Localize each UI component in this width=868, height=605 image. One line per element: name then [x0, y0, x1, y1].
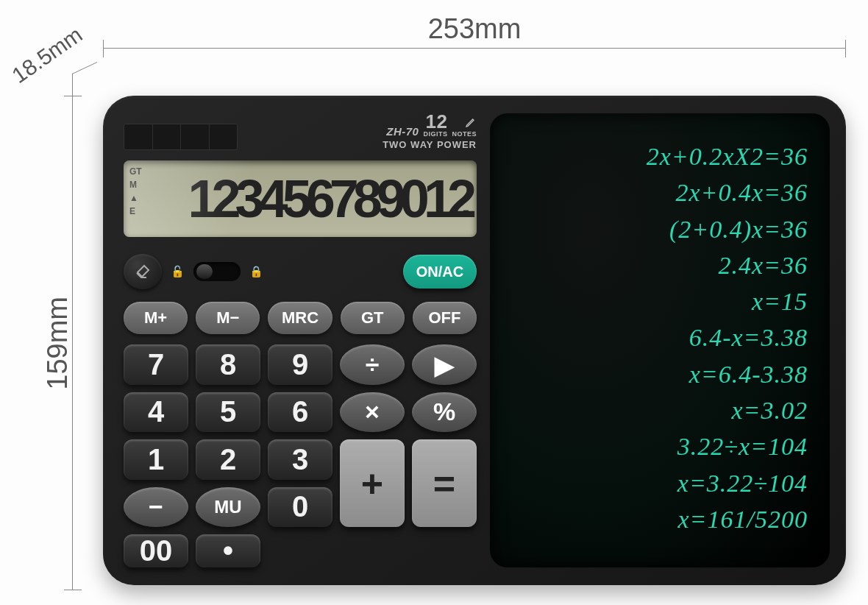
on-ac-button[interactable]: ON/AC — [403, 255, 477, 289]
note-line: 6.4-x=3.38 — [512, 319, 808, 355]
gt-button[interactable]: GT — [341, 302, 405, 334]
dimension-height-label: 159mm — [42, 297, 74, 390]
lock-switch[interactable] — [193, 262, 241, 281]
m-minus-button[interactable]: M− — [196, 302, 260, 334]
key-0[interactable]: 0 — [268, 487, 332, 527]
note-line: (2+0.4)x=36 — [512, 211, 808, 247]
calculator-panel: ZH-70 12 DIGITS NOTES TWO WAY POWER GT M — [124, 113, 477, 567]
note-line: 2x+0.4x=36 — [512, 174, 808, 210]
erase-button[interactable] — [124, 254, 162, 289]
lcd-indicators: GT M ▲ E — [129, 166, 142, 216]
key-mu[interactable]: MU — [196, 487, 260, 527]
note-line: x=161/5200 — [512, 501, 808, 537]
key-percent[interactable]: % — [412, 392, 477, 432]
key-plus[interactable]: + — [340, 439, 405, 527]
dimension-depth-tick — [72, 62, 97, 99]
unlock-icon: 🔓 — [171, 265, 185, 278]
pencil-icon: NOTES — [452, 116, 477, 138]
note-line: x=3.22÷104 — [512, 465, 808, 501]
key-divide[interactable]: ÷ — [340, 344, 405, 384]
key-9[interactable]: 9 — [268, 344, 332, 384]
dimension-width: 253mm — [103, 13, 846, 57]
dimension-height: 159mm — [35, 96, 79, 590]
function-row: 🔓 🔒 ON/AC — [124, 253, 477, 290]
erase-icon — [134, 263, 152, 280]
note-line: 2x+0.2xX2=36 — [512, 138, 808, 174]
power-label: TWO WAY POWER — [383, 139, 477, 150]
branding-block: ZH-70 12 DIGITS NOTES TWO WAY POWER — [383, 113, 477, 150]
keypad: 7 8 9 ÷ ▶ 4 5 6 × % 1 2 3 − MU 0 00 • + … — [124, 344, 477, 567]
mrc-button[interactable]: MRC — [268, 302, 332, 334]
note-line: x=6.4-3.38 — [512, 356, 808, 392]
note-line: 2.4x=36 — [512, 247, 808, 283]
memory-row: M+ M− MRC GT OFF — [124, 302, 477, 334]
solar-panel — [124, 124, 238, 150]
lcd-suffix: - — [463, 199, 469, 222]
key-equals[interactable]: = — [412, 439, 477, 527]
key-multiply[interactable]: × — [340, 392, 405, 432]
lcd-value: 123456789012 — [188, 169, 471, 229]
key-7[interactable]: 7 — [124, 344, 188, 384]
model-label: ZH-70 — [386, 125, 419, 138]
dimension-width-label: 253mm — [428, 13, 522, 45]
calculator-header: ZH-70 12 DIGITS NOTES TWO WAY POWER — [124, 113, 477, 150]
key-00[interactable]: 00 — [124, 534, 188, 567]
writing-pad[interactable]: 2x+0.2xX2=36 2x+0.4x=36 (2+0.4)x=36 2.4x… — [490, 113, 830, 567]
key-minus[interactable]: − — [124, 487, 188, 527]
note-line: x=15 — [512, 283, 808, 319]
calculator-device: ZH-70 12 DIGITS NOTES TWO WAY POWER GT M — [103, 96, 846, 585]
note-line: x=3.02 — [512, 392, 808, 428]
key-point[interactable]: • — [196, 534, 260, 567]
key-6[interactable]: 6 — [268, 392, 332, 432]
key-8[interactable]: 8 — [196, 344, 260, 384]
lcd-display: GT M ▲ E 123456789012 - — [124, 160, 477, 237]
m-plus-button[interactable]: M+ — [124, 302, 188, 334]
notes-label: NOTES — [452, 130, 477, 138]
key-5[interactable]: 5 — [196, 392, 260, 432]
key-3[interactable]: 3 — [268, 439, 332, 479]
key-4[interactable]: 4 — [124, 392, 188, 432]
off-button[interactable]: OFF — [413, 302, 477, 334]
digits-number: 12 — [426, 110, 448, 132]
digits-label: DIGITS — [423, 130, 447, 138]
lock-icon: 🔒 — [249, 265, 263, 278]
note-line: 3.22÷x=104 — [512, 428, 808, 464]
key-correct[interactable]: ▶ — [412, 344, 477, 384]
key-1[interactable]: 1 — [124, 439, 188, 479]
key-2[interactable]: 2 — [196, 439, 260, 479]
